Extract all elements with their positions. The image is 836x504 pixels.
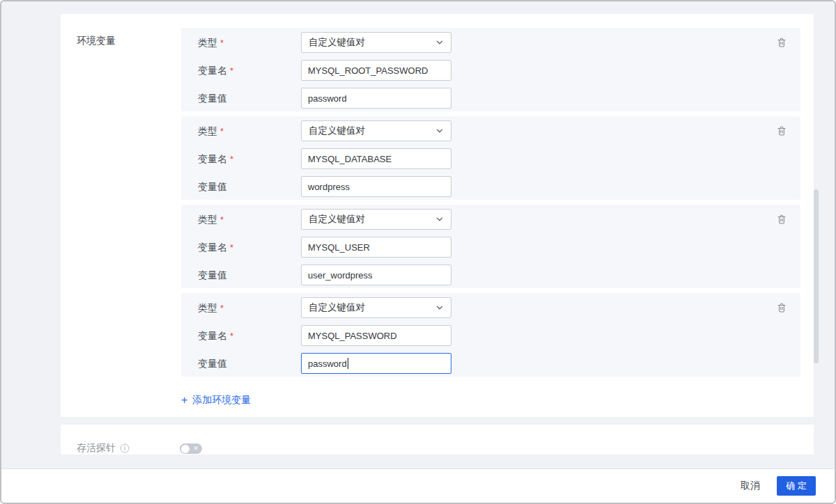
value-label: 变量值 [198, 353, 227, 374]
trash-icon [776, 214, 787, 225]
env-type-row: 类型* 自定义键值对 [181, 209, 800, 230]
dialog-window: 环境变量 类型* 自定义键值对 变量名* 变量值 [0, 0, 836, 504]
env-var-block: 类型* 自定义键值对 变量名* 变量值 [181, 205, 800, 288]
info-icon[interactable] [120, 443, 130, 453]
env-name-input[interactable] [301, 237, 451, 258]
chevron-down-icon [435, 215, 444, 223]
trash-icon [776, 125, 787, 136]
liveness-probe-toggle[interactable]: ✕ [180, 443, 202, 454]
select-value: 自定义键值对 [309, 125, 435, 137]
text-cursor [348, 358, 348, 369]
type-label: 类型* [198, 120, 224, 142]
env-var-block: 类型* 自定义键值对 变量名* 变量值 [181, 116, 800, 200]
env-var-block: 类型* 自定义键值对 变量名* 变量值 [181, 28, 800, 111]
delete-env-var-button[interactable] [776, 302, 787, 313]
env-var-block: 类型* 自定义键值对 变量名* 变量值 [181, 293, 800, 377]
value-label: 变量值 [198, 176, 227, 197]
env-type-row: 类型* 自定义键值对 [181, 120, 800, 141]
value-label: 变量值 [198, 265, 227, 285]
value-label: 变量值 [198, 88, 227, 109]
env-name-row: 变量名* [181, 60, 800, 81]
required-asterisk: * [220, 126, 224, 136]
env-name-input[interactable] [301, 148, 451, 169]
required-asterisk: * [230, 331, 233, 341]
env-name-input[interactable] [301, 60, 451, 81]
chevron-down-icon [435, 38, 444, 47]
env-type-row: 类型* 自定义键值对 [181, 297, 800, 318]
env-vars-section-label: 环境变量 [77, 35, 116, 47]
env-type-select[interactable]: 自定义键值对 [301, 120, 451, 141]
liveness-probe-row: 存活探针 [77, 441, 130, 455]
plus-icon: + [181, 395, 187, 406]
env-value-input[interactable] [301, 88, 451, 109]
confirm-button[interactable]: 确 定 [777, 476, 816, 496]
required-asterisk: * [220, 303, 224, 313]
delete-env-var-button[interactable] [776, 214, 787, 225]
required-asterisk: * [220, 214, 224, 225]
cancel-button[interactable]: 取消 [741, 480, 760, 492]
required-asterisk: * [230, 65, 233, 76]
env-vars-card: 环境变量 类型* 自定义键值对 变量名* 变量值 [61, 14, 814, 417]
type-label: 类型* [198, 297, 224, 319]
env-value-row: 变量值 [181, 176, 800, 197]
add-env-var-button[interactable]: + 添加环境变量 [181, 390, 251, 411]
chevron-down-icon [435, 127, 444, 135]
add-env-var-label: 添加环境变量 [192, 394, 251, 407]
env-name-row: 变量名* [181, 237, 800, 258]
trash-icon [776, 37, 787, 48]
trash-icon [776, 302, 787, 313]
required-asterisk: * [230, 242, 233, 253]
env-name-input[interactable] [301, 325, 451, 346]
toggle-off-icon: ✕ [193, 444, 199, 453]
required-asterisk: * [230, 154, 233, 164]
dialog-footer: 取消 确 定 [1, 468, 835, 503]
select-value: 自定义键值对 [309, 36, 435, 49]
toggle-knob [181, 445, 189, 453]
scrollbar-thumb[interactable] [814, 189, 819, 363]
required-asterisk: * [220, 38, 224, 48]
env-value-row: 变量值 [181, 88, 800, 109]
type-label: 类型* [198, 32, 224, 54]
env-type-select[interactable]: 自定义键值对 [301, 297, 451, 318]
env-value-row: 变量值 [181, 353, 800, 374]
env-value-input[interactable] [301, 265, 451, 285]
env-name-row: 变量名* [181, 148, 800, 169]
env-type-select[interactable]: 自定义键值对 [301, 209, 451, 230]
env-value-row: 变量值 [181, 265, 800, 285]
env-value-input-focused[interactable] [301, 353, 451, 374]
name-label: 变量名* [198, 148, 233, 170]
liveness-probe-card: 存活探针 ✕ [61, 425, 814, 455]
chevron-down-icon [435, 304, 444, 312]
name-label: 变量名* [198, 60, 233, 81]
liveness-probe-label: 存活探针 [77, 442, 116, 455]
name-label: 变量名* [198, 325, 233, 347]
env-value-input[interactable] [301, 176, 451, 197]
env-type-select[interactable]: 自定义键值对 [301, 32, 451, 53]
name-label: 变量名* [198, 237, 233, 258]
env-type-row: 类型* 自定义键值对 [181, 32, 800, 53]
delete-env-var-button[interactable] [776, 125, 787, 136]
env-name-row: 变量名* [181, 325, 800, 346]
select-value: 自定义键值对 [309, 301, 435, 314]
select-value: 自定义键值对 [309, 213, 435, 226]
type-label: 类型* [198, 209, 224, 230]
delete-env-var-button[interactable] [776, 37, 787, 48]
